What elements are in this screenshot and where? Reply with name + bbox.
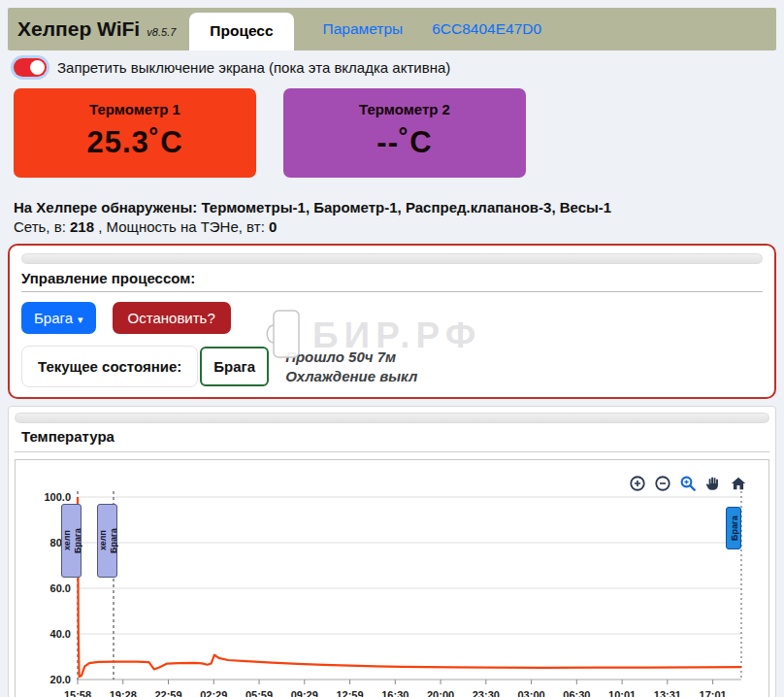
screen-lock-row: Запретить выключение экрана (пока эта вк…: [14, 58, 784, 77]
process-control-panel: Управление процессом: Брага▾ Остановить?…: [8, 244, 776, 399]
stop-button[interactable]: Остановить?: [113, 302, 231, 334]
chart-header-strip[interactable]: [15, 413, 769, 423]
net-label: Сеть, в:: [14, 218, 70, 235]
current-state-value: Брага: [200, 347, 269, 386]
thermometer-2-value: --˚C: [283, 125, 526, 160]
thermometer-2-card: Термометр 2 --˚C: [283, 88, 526, 178]
svg-text:80.0: 80.0: [50, 537, 71, 548]
panel-header-strip[interactable]: [21, 253, 763, 264]
thermometer-1-value: 25.3˚C: [14, 125, 256, 160]
svg-text:02:29: 02:29: [200, 689, 227, 697]
temperature-section: Температура 100.080.060.040.020.015:5819…: [8, 406, 776, 697]
elapsed-time: Прошло 50ч 7м: [285, 348, 396, 365]
detected-devices-line: На Хелпере обнаружены: Термометры-1, Бар…: [14, 199, 784, 216]
svg-text:10:01: 10:01: [608, 689, 636, 697]
thermometer-1-title: Термометр 1: [14, 88, 256, 117]
top-bar: Хелпер WiFi v8.5.7 Процесс Параметры 6CC…: [8, 8, 776, 50]
svg-text:40.0: 40.0: [50, 628, 71, 640]
toggle-knob-icon: [30, 60, 45, 75]
svg-text:20:00: 20:00: [427, 689, 454, 697]
process-buttons-row: Брага▾ Остановить?: [21, 302, 763, 334]
heater-power-value: 0: [269, 218, 277, 235]
chevron-down-icon: ▾: [78, 314, 83, 325]
mode-dropdown-button[interactable]: Брага▾: [21, 302, 96, 334]
thermometer-2-title: Термометр 2: [283, 88, 526, 117]
screen-lock-label: Запретить выключение экрана (пока эта вк…: [57, 59, 450, 76]
tab-parameters[interactable]: Параметры: [323, 20, 404, 38]
svg-text:22:59: 22:59: [154, 689, 181, 697]
svg-text:20.0: 20.0: [50, 674, 71, 685]
cooling-status: Охлаждение выкл: [285, 368, 417, 384]
svg-text:03:00: 03:00: [518, 689, 545, 697]
svg-text:15:58: 15:58: [64, 689, 91, 697]
thermometer-1-card: Термометр 1 25.3˚C: [14, 88, 256, 178]
svg-text:12:59: 12:59: [336, 689, 363, 697]
thermometer-cards: Термометр 1 25.3˚C Термометр 2 --˚C: [14, 88, 784, 178]
pan-icon[interactable]: [704, 475, 722, 492]
app-title: Хелпер WiFi: [17, 17, 140, 40]
svg-text:60.0: 60.0: [50, 582, 71, 594]
current-state-label: Текущее состояние:: [21, 346, 198, 387]
svg-text:13:31: 13:31: [654, 689, 681, 697]
app-version: v8.5.7: [147, 26, 176, 38]
svg-text:09:29: 09:29: [291, 689, 318, 697]
tab-device-id[interactable]: 6CC8404E47D0: [432, 20, 541, 38]
temperature-plot[interactable]: 100.080.060.040.020.015:5819:2822:5902:2…: [16, 460, 768, 697]
chart-toolbar: [629, 475, 747, 492]
zoom-out-icon[interactable]: [654, 475, 671, 492]
power-line: Сеть, в: 218 , Мощность на ТЭНе, вт: 0: [14, 218, 784, 235]
app-brand: Хелпер WiFi v8.5.7: [8, 17, 176, 41]
screen-lock-toggle[interactable]: [14, 58, 47, 77]
svg-text:19:28: 19:28: [110, 689, 137, 697]
state-info-block: Прошло 50ч 7м Охлаждение выкл: [285, 348, 417, 386]
process-control-title: Управление процессом:: [21, 270, 763, 292]
svg-text:100.0: 100.0: [44, 491, 71, 503]
box-zoom-icon[interactable]: [679, 475, 697, 492]
svg-text:23:30: 23:30: [473, 689, 500, 697]
tab-process[interactable]: Процесс: [189, 13, 293, 50]
zoom-in-icon[interactable]: [629, 475, 646, 492]
temperature-chart[interactable]: 100.080.060.040.020.015:5819:2822:5902:2…: [15, 459, 769, 697]
svg-text:17:01: 17:01: [700, 689, 727, 697]
home-icon[interactable]: [730, 475, 747, 492]
current-state-row: Текущее состояние: Брага Прошло 50ч 7м О…: [21, 346, 763, 387]
svg-text:06:30: 06:30: [563, 689, 590, 697]
heater-label: , Мощность на ТЭНе, вт:: [94, 218, 269, 235]
svg-text:16:30: 16:30: [381, 689, 408, 697]
net-voltage-value: 218: [70, 218, 94, 235]
chart-title: Температура: [15, 423, 769, 452]
svg-text:05:59: 05:59: [245, 689, 273, 697]
